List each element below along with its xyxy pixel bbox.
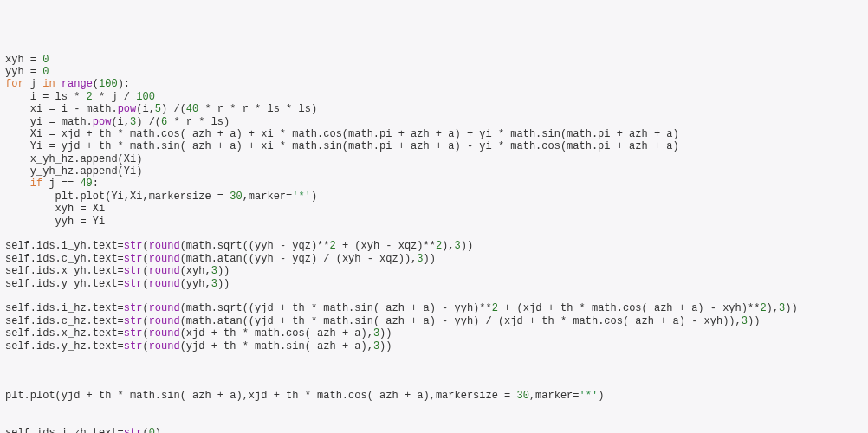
- token-id: (: [142, 240, 148, 252]
- token-num: 2: [329, 240, 335, 252]
- token-num: 3: [417, 253, 423, 265]
- code-line-30: self.ids.i_zh.text=str(0): [5, 427, 863, 433]
- code-line-13: yyh = Yi: [5, 216, 863, 228]
- code-line-15: self.ids.i_yh.text=str(round(math.sqrt((…: [5, 240, 863, 252]
- code-line-10: if j == 49:: [5, 178, 863, 190]
- code-line-17: self.ids.x_yh.text=str(round(xyh,3)): [5, 265, 863, 277]
- token-num: 30: [517, 390, 529, 402]
- code-line-26: [5, 378, 863, 390]
- token-id: Xi = xjd + th * math.cos( azh + a) + xi …: [30, 128, 679, 140]
- code-line-14: [5, 228, 863, 240]
- token-id: (math.sqrt((yyh - yqz)**: [180, 240, 330, 252]
- token-str: '*': [292, 191, 311, 203]
- token-builtin: str: [124, 265, 143, 277]
- token-builtin: str: [124, 240, 143, 252]
- token-id: )): [379, 340, 392, 352]
- token-id: (i,: [111, 116, 130, 128]
- token-id: (: [142, 302, 148, 314]
- code-line-22: self.ids.x_hz.text=str(round(xjd + th * …: [5, 327, 863, 339]
- token-id: ): [155, 427, 161, 433]
- token-op: :: [93, 178, 99, 190]
- code-line-24: [5, 352, 863, 365]
- token-id: (i,: [136, 103, 155, 115]
- token-kw: in: [42, 78, 62, 90]
- token-op: (: [93, 78, 99, 90]
- token-num: 49: [80, 178, 92, 190]
- token-builtin: str: [124, 302, 143, 314]
- token-str: '*': [580, 390, 599, 402]
- token-id: yyh: [5, 66, 30, 78]
- token-builtin: str: [124, 340, 143, 352]
- code-line-1: yyh = 0: [5, 66, 863, 78]
- token-id: )): [424, 253, 436, 265]
- token-id: (math.atan((yjd + th * math.sin( azh + a…: [180, 315, 742, 327]
- token-id: xi = i - math.: [30, 103, 118, 115]
- token-id: [5, 352, 11, 365]
- token-kw: if: [30, 178, 49, 190]
- token-id: ) /(: [136, 116, 161, 128]
- code-line-2: for j in range(100):: [5, 78, 863, 90]
- token-id: self.ids.c_yh.text=: [5, 253, 124, 265]
- token-id: )): [785, 302, 797, 314]
- token-id: ,marker=: [243, 191, 293, 203]
- code-line-11: plt.plot(Yi,Xi,markersize = 30,marker='*…: [5, 191, 863, 203]
- token-id: [5, 403, 11, 415]
- token-id: self.ids.i_yh.text=: [5, 240, 124, 252]
- token-num: 2: [492, 302, 498, 314]
- code-line-25: [5, 365, 863, 377]
- token-id: [5, 228, 11, 240]
- code-editor[interactable]: xyh = 0yyh = 0for j in range(100):i = ls…: [5, 54, 863, 433]
- token-id: (math.sqrt((yjd + th * math.sin( azh + a…: [180, 302, 492, 314]
- code-line-29: [5, 415, 863, 427]
- token-id: ) /(: [161, 103, 186, 115]
- token-builtin: round: [149, 240, 180, 252]
- code-line-28: [5, 403, 863, 415]
- token-id: Yi = yjd + th * math.sin( azh + a) + xi …: [30, 140, 679, 152]
- token-builtin: str: [124, 315, 143, 327]
- token-builtin: str: [124, 427, 143, 433]
- token-id: (: [142, 315, 148, 327]
- code-line-12: xyh = Xi: [5, 203, 863, 215]
- token-id: (yyh,: [180, 278, 211, 290]
- token-id: )): [379, 327, 392, 339]
- token-id: xyh: [5, 54, 30, 66]
- code-line-16: self.ids.c_yh.text=str(round(math.atan((…: [5, 253, 863, 265]
- token-id: j: [30, 78, 42, 90]
- token-builtin: round: [149, 278, 180, 290]
- token-op: =: [30, 66, 42, 78]
- code-line-4: xi = i - math.pow(i,5) /(40 * r * r * ls…: [5, 103, 863, 115]
- token-id: ),: [767, 302, 779, 314]
- token-op: ):: [118, 78, 130, 90]
- token-builtin: round: [149, 340, 180, 352]
- token-id: (xjd + th * math.cos( azh + a),: [180, 327, 373, 339]
- token-op: =: [30, 54, 42, 66]
- token-id: )): [748, 315, 760, 327]
- token-id: x_yh_hz.append(Xi): [30, 153, 143, 165]
- token-num: 0: [42, 54, 49, 66]
- token-builtin: str: [124, 278, 143, 290]
- code-line-5: yi = math.pow(i,3) /(6 * r * ls): [5, 116, 863, 128]
- code-line-21: self.ids.c_hz.text=str(round(math.atan((…: [5, 315, 863, 327]
- token-id: ): [311, 191, 317, 203]
- token-id: self.ids.i_hz.text=: [5, 302, 124, 314]
- token-id: + (xjd + th * math.cos( azh + a) - xyh)*…: [498, 302, 760, 314]
- token-id: plt.plot(yjd + th * math.sin( azh + a),x…: [5, 390, 517, 402]
- code-line-6: Xi = xjd + th * math.cos( azh + a) + xi …: [5, 128, 863, 140]
- token-id: xyh = Xi: [55, 203, 106, 215]
- token-num: 0: [149, 427, 155, 433]
- token-id: ),: [442, 240, 454, 252]
- token-id: plt.plot(Yi,Xi,markersize =: [55, 191, 230, 203]
- token-num: 30: [230, 191, 242, 203]
- token-id: * r * ls): [167, 116, 230, 128]
- token-num: 2: [87, 91, 93, 103]
- token-builtin: round: [149, 302, 180, 314]
- token-id: (: [142, 278, 148, 290]
- code-line-18: self.ids.y_yh.text=str(round(yyh,3)): [5, 278, 863, 290]
- token-id: self.ids.x_hz.text=: [5, 327, 124, 339]
- token-id: [5, 415, 11, 427]
- token-id: ,marker=: [529, 390, 580, 402]
- token-builtin: pow: [118, 103, 137, 115]
- token-id: (xyh,: [180, 265, 211, 277]
- token-id: self.ids.x_yh.text=: [5, 265, 124, 277]
- token-num: 3: [455, 240, 461, 252]
